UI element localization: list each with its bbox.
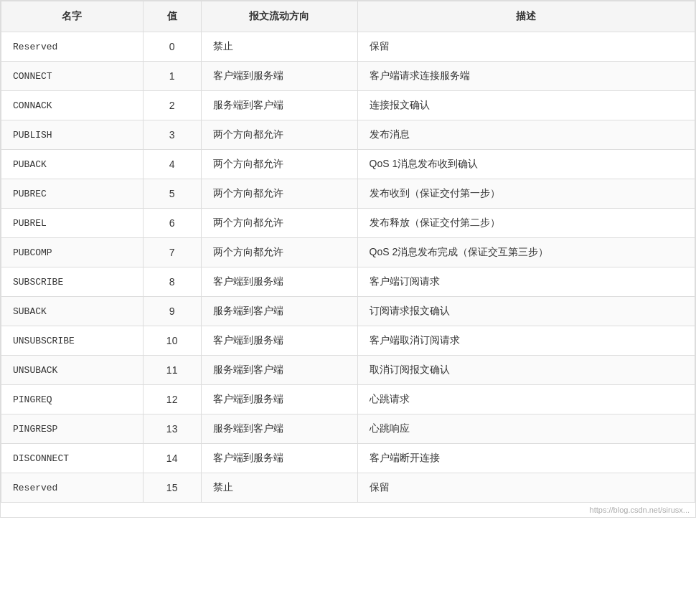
cell-direction: 服务端到客户端: [201, 91, 357, 120]
table-row: UNSUBACK11服务端到客户端取消订阅报文确认: [1, 356, 695, 385]
cell-direction: 客户端到服务端: [201, 267, 357, 297]
cell-direction: 服务端到客户端: [201, 297, 357, 326]
table-row: DISCONNECT14客户端到服务端客户端断开连接: [1, 444, 695, 473]
col-header-direction: 报文流动方向: [201, 1, 357, 32]
cell-direction: 两个方向都允许: [201, 238, 357, 267]
table-row: PUBREL6两个方向都允许发布释放（保证交付第二步）: [1, 209, 695, 238]
cell-value: 5: [143, 179, 201, 209]
cell-description: 发布消息: [357, 120, 695, 150]
mqtt-table: 名字 值 报文流动方向 描述 Reserved0禁止保留CONNECT1客户端到…: [1, 1, 695, 503]
table-row: UNSUBSCRIBE10客户端到服务端客户端取消订阅请求: [1, 326, 695, 356]
table-row: PUBREC5两个方向都允许发布收到（保证交付第一步）: [1, 179, 695, 209]
cell-name: PUBREC: [1, 179, 144, 209]
cell-name: CONNECT: [1, 62, 144, 91]
cell-value: 11: [143, 356, 201, 385]
cell-name: UNSUBACK: [1, 356, 144, 385]
cell-direction: 客户端到服务端: [201, 326, 357, 356]
cell-name: CONNACK: [1, 91, 144, 120]
cell-direction: 禁止: [201, 32, 357, 62]
cell-description: QoS 2消息发布完成（保证交互第三步）: [357, 238, 695, 267]
cell-value: 4: [143, 150, 201, 179]
cell-description: 客户端请求连接服务端: [357, 62, 695, 91]
cell-name: PINGRESP: [1, 414, 144, 444]
cell-direction: 客户端到服务端: [201, 62, 357, 91]
cell-direction: 两个方向都允许: [201, 120, 357, 150]
cell-name: PUBREL: [1, 209, 144, 238]
col-header-value: 值: [143, 1, 201, 32]
cell-description: 客户端断开连接: [357, 444, 695, 473]
table-row: CONNACK2服务端到客户端连接报文确认: [1, 91, 695, 120]
table-row: PINGRESP13服务端到客户端心跳响应: [1, 414, 695, 444]
cell-value: 2: [143, 91, 201, 120]
cell-name: SUBACK: [1, 297, 144, 326]
cell-description: 心跳请求: [357, 385, 695, 414]
cell-value: 15: [143, 473, 201, 503]
cell-name: PINGREQ: [1, 385, 144, 414]
watermark: https://blog.csdn.net/sirusx...: [1, 503, 695, 517]
col-header-description: 描述: [357, 1, 695, 32]
cell-name: Reserved: [1, 32, 144, 62]
table-row: PUBLISH3两个方向都允许发布消息: [1, 120, 695, 150]
header-row: 名字 值 报文流动方向 描述: [1, 1, 695, 32]
cell-description: QoS 1消息发布收到确认: [357, 150, 695, 179]
cell-name: UNSUBSCRIBE: [1, 326, 144, 356]
cell-value: 12: [143, 385, 201, 414]
cell-name: PUBCOMP: [1, 238, 144, 267]
cell-value: 9: [143, 297, 201, 326]
cell-description: 发布收到（保证交付第一步）: [357, 179, 695, 209]
cell-description: 保留: [357, 32, 695, 62]
table-row: PUBACK4两个方向都允许QoS 1消息发布收到确认: [1, 150, 695, 179]
cell-name: PUBACK: [1, 150, 144, 179]
cell-direction: 服务端到客户端: [201, 414, 357, 444]
table-row: PUBCOMP7两个方向都允许QoS 2消息发布完成（保证交互第三步）: [1, 238, 695, 267]
cell-value: 0: [143, 32, 201, 62]
cell-value: 10: [143, 326, 201, 356]
cell-direction: 禁止: [201, 473, 357, 503]
cell-direction: 客户端到服务端: [201, 385, 357, 414]
col-header-name: 名字: [1, 1, 144, 32]
cell-value: 3: [143, 120, 201, 150]
cell-value: 8: [143, 267, 201, 297]
cell-direction: 两个方向都允许: [201, 150, 357, 179]
cell-name: Reserved: [1, 473, 144, 503]
cell-name: SUBSCRIBE: [1, 267, 144, 297]
cell-description: 客户端取消订阅请求: [357, 326, 695, 356]
table-row: Reserved0禁止保留: [1, 32, 695, 62]
cell-value: 13: [143, 414, 201, 444]
table-body: Reserved0禁止保留CONNECT1客户端到服务端客户端请求连接服务端CO…: [1, 32, 695, 503]
main-table-container: 名字 值 报文流动方向 描述 Reserved0禁止保留CONNECT1客户端到…: [0, 0, 696, 518]
table-row: Reserved15禁止保留: [1, 473, 695, 503]
cell-description: 订阅请求报文确认: [357, 297, 695, 326]
cell-value: 14: [143, 444, 201, 473]
cell-name: PUBLISH: [1, 120, 144, 150]
table-row: SUBACK9服务端到客户端订阅请求报文确认: [1, 297, 695, 326]
cell-description: 取消订阅报文确认: [357, 356, 695, 385]
cell-description: 保留: [357, 473, 695, 503]
cell-value: 1: [143, 62, 201, 91]
cell-direction: 客户端到服务端: [201, 444, 357, 473]
cell-direction: 服务端到客户端: [201, 356, 357, 385]
cell-direction: 两个方向都允许: [201, 209, 357, 238]
cell-description: 发布释放（保证交付第二步）: [357, 209, 695, 238]
table-row: PINGREQ12客户端到服务端心跳请求: [1, 385, 695, 414]
cell-name: DISCONNECT: [1, 444, 144, 473]
table-header: 名字 值 报文流动方向 描述: [1, 1, 695, 32]
cell-description: 客户端订阅请求: [357, 267, 695, 297]
cell-value: 7: [143, 238, 201, 267]
cell-value: 6: [143, 209, 201, 238]
cell-description: 连接报文确认: [357, 91, 695, 120]
table-row: SUBSCRIBE8客户端到服务端客户端订阅请求: [1, 267, 695, 297]
cell-direction: 两个方向都允许: [201, 179, 357, 209]
table-row: CONNECT1客户端到服务端客户端请求连接服务端: [1, 62, 695, 91]
cell-description: 心跳响应: [357, 414, 695, 444]
